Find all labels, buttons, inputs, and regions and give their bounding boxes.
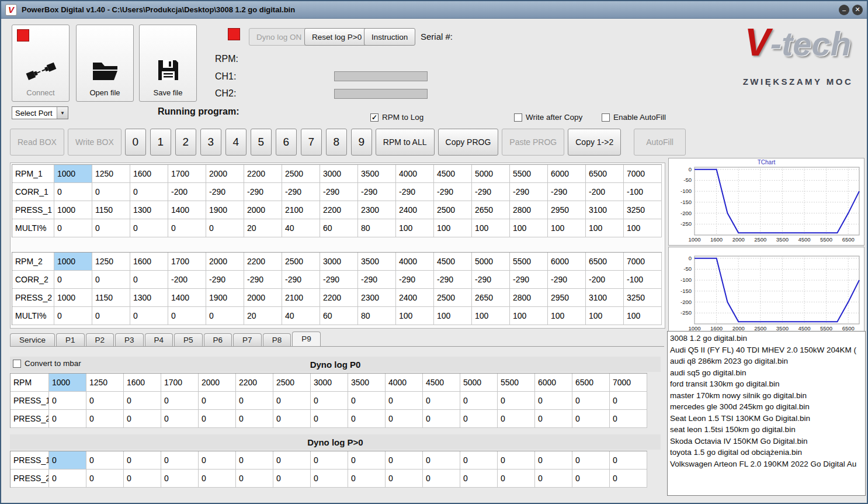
file-list-item[interactable]: 3008 1.2 go digital.bin <box>670 333 863 344</box>
table-cell[interactable]: 0 <box>348 451 386 470</box>
file-list-item[interactable]: ford transit 130km go digital.bin <box>670 378 863 390</box>
table-cell[interactable]: 100 <box>510 219 548 237</box>
table-cell[interactable]: 5500 <box>498 374 535 392</box>
table-cell[interactable]: -100 <box>624 271 662 289</box>
table-cell[interactable]: 5500 <box>510 165 548 183</box>
table-cell[interactable]: 0 <box>535 470 572 488</box>
table-cell[interactable]: 2950 <box>548 201 586 219</box>
table-cell[interactable]: 3000 <box>320 253 358 271</box>
table-cell[interactable]: 0 <box>386 410 423 428</box>
table-cell[interactable]: 2200 <box>236 374 273 392</box>
table-cell[interactable]: 0 <box>124 410 161 428</box>
table-cell[interactable]: 0 <box>572 410 610 428</box>
table-cell[interactable]: 0 <box>610 410 647 428</box>
table-cell[interactable]: 100 <box>396 307 434 325</box>
table-cell[interactable]: -290 <box>358 183 396 201</box>
table-cell[interactable]: 0 <box>49 392 86 410</box>
table-cell[interactable]: 0 <box>92 271 130 289</box>
table-cell[interactable]: 2100 <box>282 289 320 307</box>
table-cell[interactable]: -290 <box>548 183 586 201</box>
table-cell[interactable]: 0 <box>311 392 348 410</box>
table-cell[interactable]: 4000 <box>386 374 423 392</box>
table-cell[interactable]: 0 <box>199 392 236 410</box>
table-cell[interactable]: 0 <box>199 451 236 470</box>
table-cell[interactable]: 7000 <box>624 253 662 271</box>
table-cell[interactable]: 0 <box>386 392 423 410</box>
table-cell[interactable]: 1000 <box>54 289 92 307</box>
connect-button[interactable]: Connect <box>12 25 70 102</box>
table-cell[interactable]: 5000 <box>472 253 510 271</box>
table-cell[interactable]: -290 <box>396 271 434 289</box>
table-cell[interactable]: 0 <box>498 451 535 470</box>
table-cell[interactable]: 0 <box>236 470 273 488</box>
instruction-button[interactable]: Instruction <box>364 28 415 46</box>
table-cell[interactable]: 1400 <box>168 201 206 219</box>
close-button[interactable]: ✕ <box>852 5 863 15</box>
table-cell[interactable]: 0 <box>348 410 386 428</box>
table-cell[interactable]: 6000 <box>548 253 586 271</box>
chevron-down-icon[interactable]: ▼ <box>57 107 68 119</box>
digit-button-8[interactable]: 8 <box>326 129 347 156</box>
table-cell[interactable]: 0 <box>610 451 647 470</box>
table-cell[interactable]: 0 <box>423 451 460 470</box>
table-cell[interactable]: 1000 <box>54 201 92 219</box>
digit-button-0[interactable]: 0 <box>125 129 146 156</box>
table-cell[interactable]: 2000 <box>206 253 244 271</box>
table-cell[interactable]: 0 <box>236 410 273 428</box>
table-cell[interactable]: 2800 <box>510 289 548 307</box>
table-cell[interactable]: 2500 <box>282 165 320 183</box>
table-cell[interactable]: 0 <box>423 392 460 410</box>
table-cell[interactable]: 3500 <box>358 165 396 183</box>
file-list-item[interactable]: master 170km nowy silnik go digital.bin <box>670 390 863 402</box>
enable-autofill-checkbox[interactable]: Enable AutoFill <box>602 113 666 122</box>
digit-button-4[interactable]: 4 <box>225 129 246 156</box>
table-cell[interactable]: 3250 <box>624 201 662 219</box>
table-cell[interactable]: 0 <box>386 470 423 488</box>
rpm-to-log-checkbox[interactable]: ✓ RPM to Log <box>370 113 423 122</box>
table-cell[interactable]: 0 <box>423 470 460 488</box>
table-cell[interactable]: 0 <box>54 271 92 289</box>
table-cell[interactable]: 0 <box>572 470 610 488</box>
table-cell[interactable]: 2200 <box>244 165 282 183</box>
table-cell[interactable]: 2500 <box>273 374 311 392</box>
table-cell[interactable]: 6500 <box>572 374 610 392</box>
tab-p1[interactable]: P1 <box>56 333 85 346</box>
table-cell[interactable]: 0 <box>311 470 348 488</box>
table-cell[interactable]: -290 <box>548 271 586 289</box>
table-cell[interactable]: 0 <box>460 451 498 470</box>
table-cell[interactable]: -290 <box>282 271 320 289</box>
table-cell[interactable]: 100 <box>624 219 662 237</box>
file-list-item[interactable]: mercedes gle 300d 245km go digital.bin <box>670 401 863 413</box>
table-cell[interactable]: 0 <box>206 219 244 237</box>
autofill-button[interactable]: AutoFill <box>634 129 686 156</box>
table-cell[interactable]: -290 <box>434 183 472 201</box>
table-cell[interactable]: 0 <box>86 451 124 470</box>
table-cell[interactable]: 2300 <box>358 201 396 219</box>
table-cell[interactable]: 0 <box>498 392 535 410</box>
table-cell[interactable]: -290 <box>244 271 282 289</box>
table-cell[interactable]: 3100 <box>586 201 624 219</box>
table-cell[interactable]: 2650 <box>472 201 510 219</box>
table-cell[interactable]: 0 <box>49 410 86 428</box>
table-cell[interactable]: 6000 <box>535 374 572 392</box>
tab-p2[interactable]: P2 <box>86 333 114 346</box>
table-cell[interactable]: 0 <box>535 410 572 428</box>
table-cell[interactable]: 0 <box>386 451 423 470</box>
table-cell[interactable]: 1000 <box>54 253 92 271</box>
table-cell[interactable]: 0 <box>49 470 86 488</box>
table-cell[interactable]: 0 <box>273 470 311 488</box>
open-file-button[interactable]: Open file <box>76 25 134 102</box>
table-cell[interactable]: 2200 <box>244 253 282 271</box>
table-cell[interactable]: 7000 <box>624 165 662 183</box>
table-cell[interactable]: 0 <box>498 470 535 488</box>
table-cell[interactable]: 0 <box>161 470 199 488</box>
table-cell[interactable]: 0 <box>535 392 572 410</box>
table-cell[interactable]: 3250 <box>624 289 662 307</box>
table-cell[interactable]: 6500 <box>586 253 624 271</box>
tab-service[interactable]: Service <box>10 333 55 346</box>
digit-button-9[interactable]: 9 <box>351 129 372 156</box>
table-cell[interactable]: 5000 <box>460 374 498 392</box>
table-cell[interactable]: 1600 <box>130 165 168 183</box>
table-cell[interactable]: 100 <box>586 307 624 325</box>
table-cell[interactable]: 100 <box>624 307 662 325</box>
